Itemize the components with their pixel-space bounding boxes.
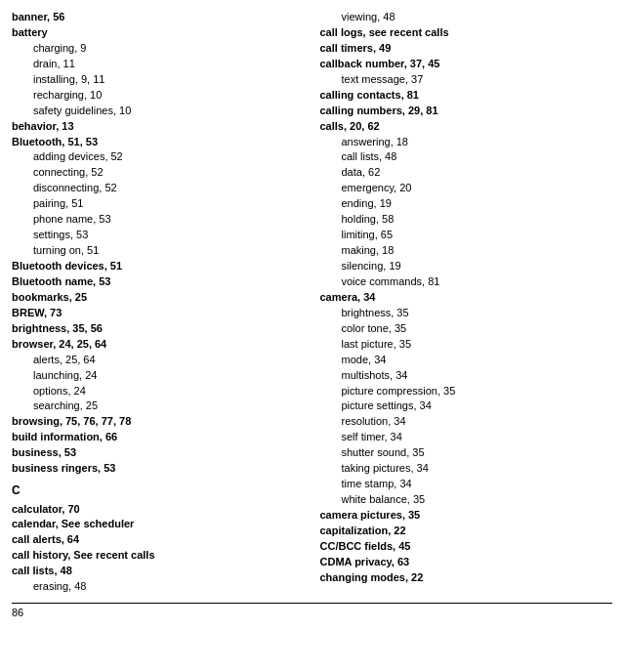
sub-entry: self timer, 34 [320, 430, 613, 445]
sub-entry: white balance, 35 [320, 492, 613, 508]
sub-entry: emergency, 20 [320, 181, 613, 196]
main-entry: behavior, 13 [12, 119, 305, 135]
sub-entry: drain, 11 [12, 57, 305, 72]
sub-entry: holding, 58 [320, 212, 613, 228]
sub-entry: alerts, 25, 64 [12, 353, 305, 368]
sub-entry: mode, 34 [320, 353, 613, 368]
main-entry: call lists, 48 [12, 564, 305, 579]
sub-entry: ending, 19 [320, 196, 613, 212]
main-entry: build information, 66 [12, 430, 305, 445]
main-entry: BREW, 73 [12, 306, 305, 321]
sub-entry: erasing, 48 [12, 579, 305, 595]
sub-entry: multishots, 34 [320, 368, 613, 384]
sub-entry: pairing, 51 [12, 196, 305, 212]
sub-entry: time stamp, 34 [320, 477, 613, 492]
main-entry: bookmarks, 25 [12, 290, 305, 306]
main-entry: CC/BCC fields, 45 [320, 539, 613, 555]
sub-entry: charging, 9 [12, 41, 305, 57]
sub-entry: taking pictures, 34 [320, 461, 613, 477]
sub-entry: limiting, 65 [320, 228, 613, 243]
sub-entry: connecting, 52 [12, 165, 305, 181]
main-entry: CDMA privacy, 63 [320, 555, 613, 570]
sub-entry: shutter sound, 35 [320, 445, 613, 461]
main-entry: changing modes, 22 [320, 570, 613, 586]
main-entry: business ringers, 53 [12, 461, 305, 477]
sub-entry: safety guidelines, 10 [12, 104, 305, 119]
main-entry: banner, 56 [12, 10, 305, 25]
sub-entry: installing, 9, 11 [12, 72, 305, 88]
page-container: banner, 56batterycharging, 9drain, 11ins… [0, 0, 624, 672]
sub-entry: viewing, 48 [320, 10, 613, 25]
right-column: viewing, 48call logs, see recent callsca… [312, 10, 613, 595]
section-letter: C [12, 483, 305, 499]
main-entry: browsing, 75, 76, 77, 78 [12, 414, 305, 430]
page-number-line: 86 [12, 603, 612, 618]
index-columns: banner, 56batterycharging, 9drain, 11ins… [12, 10, 612, 595]
sub-entry: launching, 24 [12, 368, 305, 384]
sub-entry: call lists, 48 [320, 149, 613, 165]
sub-entry: voice commands, 81 [320, 274, 613, 290]
sub-entry: recharging, 10 [12, 88, 305, 104]
main-entry: Bluetooth devices, 51 [12, 259, 305, 274]
sub-entry: searching, 25 [12, 399, 305, 414]
main-entry: browser, 24, 25, 64 [12, 337, 305, 353]
main-entry: battery [12, 25, 305, 41]
sub-entry: phone name, 53 [12, 212, 305, 228]
main-entry: call history, See recent calls [12, 548, 305, 564]
page-number: 86 [12, 607, 23, 618]
sub-entry: picture settings, 34 [320, 399, 613, 414]
main-entry: Bluetooth, 51, 53 [12, 135, 305, 150]
sub-entry: resolution, 34 [320, 414, 613, 430]
main-entry: business, 53 [12, 445, 305, 461]
left-column: banner, 56batterycharging, 9drain, 11ins… [12, 10, 312, 595]
main-entry: calling numbers, 29, 81 [320, 104, 613, 119]
sub-entry: color tone, 35 [320, 321, 613, 337]
sub-entry: options, 24 [12, 384, 305, 399]
main-entry: capitalization, 22 [320, 524, 613, 539]
sub-entry: last picture, 35 [320, 337, 613, 353]
main-entry: callback number, 37, 45 [320, 57, 613, 72]
main-entry: camera, 34 [320, 290, 613, 306]
main-entry: calling contacts, 81 [320, 88, 613, 104]
main-entry: call timers, 49 [320, 41, 613, 57]
sub-entry: answering, 18 [320, 135, 613, 150]
main-entry: calendar, See scheduler [12, 517, 305, 532]
sub-entry: turning on, 51 [12, 243, 305, 259]
sub-entry: picture compression, 35 [320, 384, 613, 399]
main-entry: call alerts, 64 [12, 532, 305, 548]
sub-entry: settings, 53 [12, 228, 305, 243]
sub-entry: disconnecting, 52 [12, 181, 305, 196]
sub-entry: brightness, 35 [320, 306, 613, 321]
sub-entry: text message, 37 [320, 72, 613, 88]
main-entry: calculator, 70 [12, 502, 305, 518]
main-entry: Bluetooth name, 53 [12, 274, 305, 290]
main-entry: camera pictures, 35 [320, 508, 613, 524]
main-entry: calls, 20, 62 [320, 119, 613, 135]
main-entry: call logs, see recent calls [320, 25, 613, 41]
main-entry: brightness, 35, 56 [12, 321, 305, 337]
sub-entry: making, 18 [320, 243, 613, 259]
sub-entry: data, 62 [320, 165, 613, 181]
sub-entry: adding devices, 52 [12, 149, 305, 165]
sub-entry: silencing, 19 [320, 259, 613, 274]
